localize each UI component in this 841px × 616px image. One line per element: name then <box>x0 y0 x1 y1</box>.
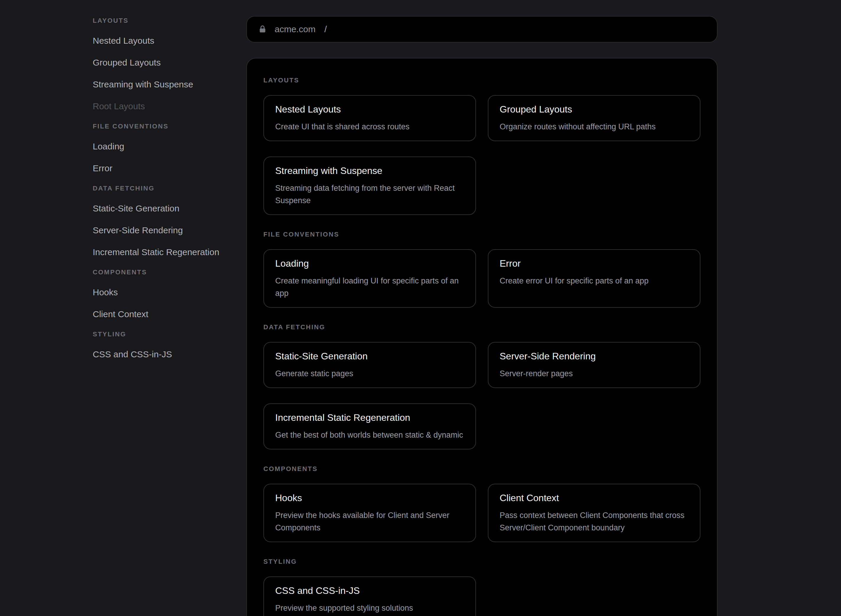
main-section-styling-label: STYLING <box>264 557 700 566</box>
card-static-site-generation[interactable]: Static-Site Generation Generate static p… <box>264 342 476 388</box>
card-title: Hooks <box>275 491 464 505</box>
sidebar-item-root-layouts: Root Layouts <box>93 100 246 112</box>
sidebar-item-hooks[interactable]: Hooks <box>93 286 246 298</box>
card-hooks[interactable]: Hooks Preview the hooks available for Cl… <box>264 484 476 542</box>
main-section-components-label: COMPONENTS <box>264 465 700 473</box>
card-loading[interactable]: Loading Create meaningful loading UI for… <box>264 249 476 308</box>
main-section-data-fetching: DATA FETCHING Static-Site Generation Gen… <box>264 323 700 449</box>
card-css-and-css-in-js[interactable]: CSS and CSS-in-JS Preview the supported … <box>264 576 476 616</box>
card-incremental-static-regeneration[interactable]: Incremental Static Regeneration Get the … <box>264 403 476 449</box>
card-nested-layouts[interactable]: Nested Layouts Create UI that is shared … <box>264 95 476 141</box>
sidebar-section-data-fetching: DATA FETCHING Static-Site Generation Ser… <box>93 184 246 258</box>
layouts-card-grid: Nested Layouts Create UI that is shared … <box>264 95 700 215</box>
sidebar-section-data-fetching-label: DATA FETCHING <box>93 184 246 192</box>
data-fetching-card-grid: Static-Site Generation Generate static p… <box>264 342 700 449</box>
card-description: Generate static pages <box>275 367 464 380</box>
sidebar-item-error[interactable]: Error <box>93 163 246 174</box>
sidebar-item-css-and-css-in-js[interactable]: CSS and CSS-in-JS <box>93 348 246 360</box>
card-title: CSS and CSS-in-JS <box>275 584 464 597</box>
sidebar-section-styling-label: STYLING <box>93 330 246 339</box>
file-conventions-card-grid: Loading Create meaningful loading UI for… <box>264 249 700 308</box>
card-title: Nested Layouts <box>275 103 464 116</box>
sidebar-section-file-conventions: FILE CONVENTIONS Loading Error <box>93 122 246 174</box>
card-description: Pass context between Client Components t… <box>500 509 689 534</box>
card-error[interactable]: Error Create error UI for specific parts… <box>488 249 700 308</box>
sidebar-section-file-conventions-label: FILE CONVENTIONS <box>93 122 246 131</box>
main-section-layouts-label: LAYOUTS <box>264 76 700 84</box>
main-section-styling: STYLING CSS and CSS-in-JS Preview the su… <box>264 557 700 616</box>
sidebar-item-nested-layouts[interactable]: Nested Layouts <box>93 35 246 47</box>
card-description: Server-render pages <box>500 367 689 380</box>
card-streaming-with-suspense[interactable]: Streaming with Suspense Streaming data f… <box>264 157 476 215</box>
sidebar-section-styling: STYLING CSS and CSS-in-JS <box>93 330 246 360</box>
content-panel: LAYOUTS Nested Layouts Create UI that is… <box>246 58 718 616</box>
card-server-side-rendering[interactable]: Server-Side Rendering Server-render page… <box>488 342 700 388</box>
sidebar: LAYOUTS Nested Layouts Grouped Layouts S… <box>0 0 246 370</box>
main-section-data-fetching-label: DATA FETCHING <box>264 323 700 331</box>
main-section-layouts: LAYOUTS Nested Layouts Create UI that is… <box>264 76 700 215</box>
card-grouped-layouts[interactable]: Grouped Layouts Organize routes without … <box>488 95 700 141</box>
sidebar-item-static-site-generation[interactable]: Static-Site Generation <box>93 202 246 214</box>
sidebar-item-grouped-layouts[interactable]: Grouped Layouts <box>93 57 246 69</box>
card-description: Preview the hooks available for Client a… <box>275 509 464 534</box>
card-title: Server-Side Rendering <box>500 350 689 363</box>
card-description: Organize routes without affecting URL pa… <box>500 120 689 133</box>
card-title: Static-Site Generation <box>275 350 464 363</box>
main-section-file-conventions-label: FILE CONVENTIONS <box>264 230 700 239</box>
main-column: acme.com / LAYOUTS Nested Layouts Create… <box>246 0 718 616</box>
browser-address-bar: acme.com / <box>246 16 718 43</box>
sidebar-item-incremental-static-regeneration[interactable]: Incremental Static Regeneration <box>93 246 246 258</box>
card-client-context[interactable]: Client Context Pass context between Clie… <box>488 484 700 542</box>
card-title: Incremental Static Regeneration <box>275 411 464 424</box>
lock-icon <box>258 25 267 34</box>
sidebar-item-loading[interactable]: Loading <box>93 141 246 153</box>
card-description: Preview the supported styling solutions <box>275 602 464 614</box>
sidebar-section-layouts-label: LAYOUTS <box>93 16 246 25</box>
styling-card-grid: CSS and CSS-in-JS Preview the supported … <box>264 576 700 616</box>
sidebar-section-layouts: LAYOUTS Nested Layouts Grouped Layouts S… <box>93 16 246 112</box>
address-path: / <box>324 24 327 34</box>
card-title: Loading <box>275 257 464 270</box>
sidebar-section-components-label: COMPONENTS <box>93 268 246 276</box>
sidebar-item-server-side-rendering[interactable]: Server-Side Rendering <box>93 224 246 236</box>
main-section-file-conventions: FILE CONVENTIONS Loading Create meaningf… <box>264 230 700 308</box>
card-title: Client Context <box>500 491 689 505</box>
card-title: Streaming with Suspense <box>275 164 464 177</box>
app-root: LAYOUTS Nested Layouts Grouped Layouts S… <box>0 0 841 616</box>
card-description: Streaming data fetching from the server … <box>275 182 464 207</box>
sidebar-item-client-context[interactable]: Client Context <box>93 308 246 320</box>
sidebar-item-streaming-with-suspense[interactable]: Streaming with Suspense <box>93 79 246 90</box>
card-title: Error <box>500 257 689 270</box>
card-title: Grouped Layouts <box>500 103 689 116</box>
card-description: Create UI that is shared across routes <box>275 120 464 133</box>
sidebar-section-components: COMPONENTS Hooks Client Context <box>93 268 246 320</box>
card-description: Create error UI for specific parts of an… <box>500 275 689 287</box>
address-domain: acme.com <box>275 24 315 34</box>
components-card-grid: Hooks Preview the hooks available for Cl… <box>264 484 700 542</box>
main-section-components: COMPONENTS Hooks Preview the hooks avail… <box>264 465 700 542</box>
card-description: Get the best of both worlds between stat… <box>275 429 464 441</box>
card-description: Create meaningful loading UI for specifi… <box>275 275 464 299</box>
